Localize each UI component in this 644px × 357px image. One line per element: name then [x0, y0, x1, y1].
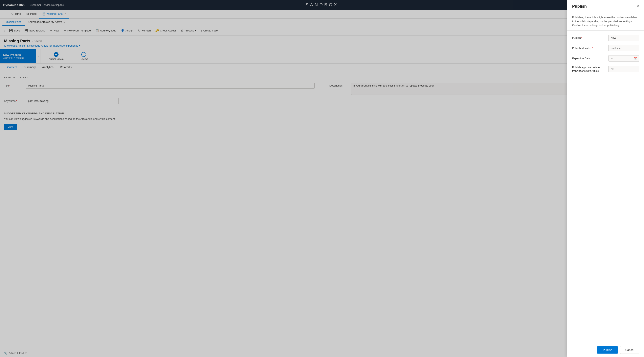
publish-panel: Publish × Publishing the article might m…	[567, 0, 644, 357]
publish-header: Publish ×	[567, 0, 644, 12]
publish-close-button[interactable]: ×	[637, 4, 639, 8]
publish-field-translations: Publish approved related translations wi…	[572, 65, 639, 73]
cancel-button[interactable]: Cancel	[620, 346, 639, 354]
publish-title: Publish	[572, 4, 587, 9]
publish-field-label-expiration: Expiration Date	[572, 57, 608, 60]
publish-field-expiration: Expiration Date --- 📅	[572, 55, 639, 61]
publish-field-status: Published status* Published	[572, 45, 639, 51]
publish-expiration-value[interactable]: --- 📅	[608, 55, 639, 61]
publish-button[interactable]: Publish	[597, 346, 618, 354]
publish-field-publish: Publish* Now	[572, 35, 639, 41]
publish-footer: Publish Cancel	[567, 343, 644, 357]
publish-description: Publishing the article might make the co…	[567, 12, 644, 31]
modal-overlay[interactable]	[0, 0, 644, 357]
publish-field-label-publish: Publish*	[572, 36, 608, 39]
publish-status-value[interactable]: Published	[608, 45, 639, 51]
publish-value-now[interactable]: Now	[608, 35, 639, 41]
publish-form: Publish* Now Published status* Published…	[567, 31, 644, 343]
calendar-icon[interactable]: 📅	[634, 57, 637, 60]
publish-field-label-status: Published status*	[572, 46, 608, 50]
publish-translations-value[interactable]: No	[608, 66, 639, 72]
publish-field-label-translations: Publish approved related translations wi…	[572, 65, 608, 73]
